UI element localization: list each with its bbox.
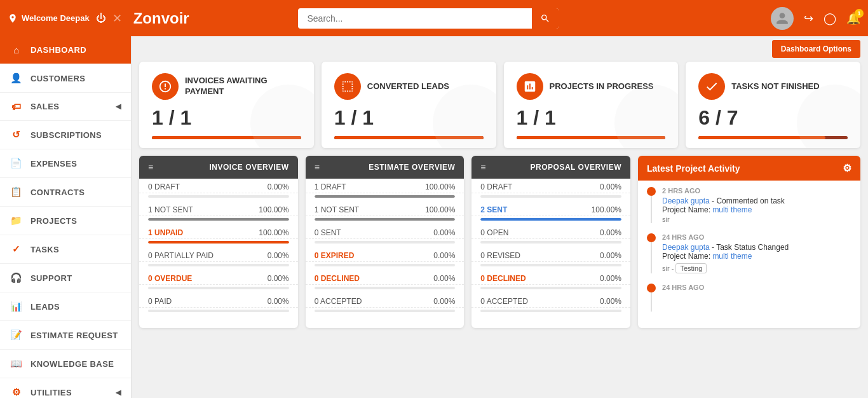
- sidebar-item-sales[interactable]: 🏷 SALES ◀: [0, 93, 131, 121]
- proposal-overview-title: PROPOSAL OVERVIEW: [531, 163, 621, 172]
- overview-row-item: 0 PARTIALLY PAID 0.00%: [139, 247, 298, 262]
- widget-title: TASKS NOT FINISHED: [731, 81, 819, 92]
- widgets-row: INVOICES AWAITING PAYMENT 1 / 1 CONVERTE…: [132, 62, 868, 156]
- sidebar-item-knowledge-base[interactable]: 📖 KNOWLEDGE BASE: [0, 350, 131, 378]
- activity-project-link[interactable]: multi theme: [712, 205, 752, 214]
- overview-bar-wrap: [471, 264, 630, 270]
- sidebar-item-support[interactable]: 🎧 SUPPORT: [0, 264, 131, 292]
- overview-row: 0 DECLINED 0.00%: [306, 270, 465, 293]
- top-navigation: Welcome Deepak ⏻ ✕ Zonvoir ↪ ◯ 🔔 1: [0, 0, 868, 36]
- widget-value: 6 / 7: [698, 106, 848, 130]
- chart-icon: 📊: [10, 301, 23, 312]
- drag-handle-proposal[interactable]: ≡: [480, 162, 486, 172]
- overview-label: 2 SENT: [480, 205, 587, 214]
- overview-row-item: 0 DRAFT 0.00%: [139, 179, 298, 193]
- book-icon: 📖: [10, 358, 23, 369]
- sidebar-item-projects[interactable]: 📁 PROJECTS: [0, 207, 131, 235]
- widget-card-1[interactable]: CONVERTED LEADS 1 / 1: [322, 62, 496, 148]
- close-icon[interactable]: ✕: [112, 11, 122, 25]
- activity-project-link[interactable]: multi theme: [712, 252, 752, 261]
- sidebar-item-dashboard[interactable]: ⌂ DASHBOARD: [0, 36, 131, 64]
- proposal-overview-panel: ≡ PROPOSAL OVERVIEW 0 DRAFT 0.00% 2 SENT…: [471, 156, 630, 328]
- overview-pct: 0.00%: [254, 274, 289, 283]
- avatar[interactable]: [771, 7, 794, 30]
- overview-bar-bg: [480, 195, 621, 198]
- widget-card-3[interactable]: TASKS NOT FINISHED 6 / 7: [686, 62, 860, 148]
- overview-row: 0 ACCEPTED 0.00%: [306, 293, 465, 316]
- widget-progress-bg: [698, 136, 848, 139]
- activity-dot: [647, 187, 656, 196]
- sidebar-item-utilities[interactable]: ⚙ UTILITIES ◀: [0, 378, 131, 398]
- overview-label: 0 PAID: [148, 297, 254, 306]
- activity-settings-icon[interactable]: ⚙: [843, 162, 851, 174]
- proposal-overview-header: ≡ PROPOSAL OVERVIEW: [471, 156, 630, 179]
- activity-content: 2 HRS AGO Deepak gupta - Commented on ta…: [662, 187, 851, 223]
- sidebar-label-projects: PROJECTS: [31, 216, 77, 226]
- activity-dot-col: [647, 284, 656, 312]
- overview-bar-bg: [480, 264, 621, 266]
- search-button[interactable]: [532, 8, 559, 29]
- overview-pct: 100.00%: [254, 228, 289, 237]
- sidebar-item-tasks[interactable]: ✓ TASKS: [0, 235, 131, 264]
- overview-bar-bg: [315, 287, 456, 289]
- overview-bar-bg: [315, 310, 456, 312]
- sidebar-item-contracts[interactable]: 📋 CONTRACTS: [0, 178, 131, 207]
- overview-bar-bg: [315, 264, 456, 266]
- sidebar-item-leads[interactable]: 📊 LEADS: [0, 292, 131, 321]
- overview-label: 0 SENT: [315, 228, 421, 237]
- sidebar-item-expenses[interactable]: 📄 EXPENSES: [0, 149, 131, 178]
- overview-bar-fill: [148, 218, 289, 221]
- widget-card-0[interactable]: INVOICES AWAITING PAYMENT 1 / 1: [139, 62, 314, 148]
- overview-row-item: 0 OPEN 0.00%: [471, 224, 630, 239]
- overview-row-item: 0 DECLINED 0.00%: [471, 270, 630, 285]
- notifications-icon[interactable]: 🔔 1: [846, 11, 860, 25]
- overview-bar-wrap: [306, 241, 465, 247]
- gear-sidebar-icon: ⚙: [10, 387, 23, 398]
- activity-dot-col: [647, 187, 656, 223]
- overview-pct: 0.00%: [587, 274, 621, 283]
- sidebar-item-estimate-request[interactable]: 📝 ESTIMATE REQUEST: [0, 321, 131, 350]
- share-icon[interactable]: ↪: [804, 11, 813, 25]
- folder-icon: 📁: [10, 215, 23, 226]
- latest-activity-panel: Latest Project Activity ⚙ 2 HRS AGO Deep…: [638, 156, 860, 328]
- sidebar-item-subscriptions[interactable]: ↺ SUBSCRIPTIONS: [0, 121, 131, 149]
- widget-icon-circle: [698, 73, 725, 100]
- overview-bar-wrap: [139, 218, 298, 224]
- overview-label: 1 UNPAID: [148, 228, 254, 237]
- arrow-icon: ◀: [116, 102, 121, 111]
- widget-title: PROJECTS IN PROGRESS: [550, 81, 654, 92]
- widget-title: CONVERTED LEADS: [367, 81, 449, 92]
- clock-icon[interactable]: ◯: [824, 11, 836, 25]
- overview-row: 1 NOT SENT 100.00%: [139, 202, 298, 224]
- overview-row-item: 1 NOT SENT 100.00%: [139, 202, 298, 216]
- overview-pct: 0.00%: [420, 297, 455, 306]
- overview-row: 0 DRAFT 0.00%: [139, 179, 298, 202]
- overview-bar-wrap: [306, 195, 465, 202]
- overview-bar-fill: [148, 241, 289, 244]
- power-icon[interactable]: ⏻: [96, 13, 106, 24]
- overview-bar-bg: [480, 218, 621, 221]
- overview-bar-wrap: [471, 218, 630, 224]
- activity-user-link[interactable]: Deepak gupta: [662, 196, 710, 205]
- drag-handle-invoice[interactable]: ≡: [148, 162, 154, 172]
- overview-row: 1 NOT SENT 100.00%: [306, 202, 465, 224]
- drag-handle-estimate[interactable]: ≡: [315, 162, 320, 172]
- overview-bar-bg: [148, 264, 289, 266]
- overview-pct: 0.00%: [420, 251, 455, 260]
- activity-item: 24 HRS AGO: [647, 284, 851, 312]
- sidebar-item-customers[interactable]: 👤 CUSTOMERS: [0, 64, 131, 93]
- overview-label: 0 OPEN: [480, 228, 587, 237]
- app-body: ⌂ DASHBOARD 👤 CUSTOMERS 🏷 SALES ◀ ↺ SUBS…: [0, 36, 868, 398]
- dashboard-options-button[interactable]: Dashboard Options: [772, 40, 860, 58]
- widget-progress-bg: [517, 136, 666, 139]
- overview-row-item: 0 PAID 0.00%: [139, 293, 298, 308]
- sidebar-label-subscriptions: SUBSCRIPTIONS: [31, 130, 102, 140]
- overview-bar-wrap: [139, 195, 298, 202]
- activity-user-link[interactable]: Deepak gupta: [662, 243, 710, 252]
- activity-dot-col: [647, 233, 656, 273]
- file-text-icon: 📋: [10, 186, 23, 198]
- overview-bar-wrap: [306, 218, 465, 224]
- widget-header: INVOICES AWAITING PAYMENT: [152, 73, 301, 100]
- widget-card-2[interactable]: PROJECTS IN PROGRESS 1 / 1: [504, 62, 679, 148]
- search-input[interactable]: [298, 8, 559, 29]
